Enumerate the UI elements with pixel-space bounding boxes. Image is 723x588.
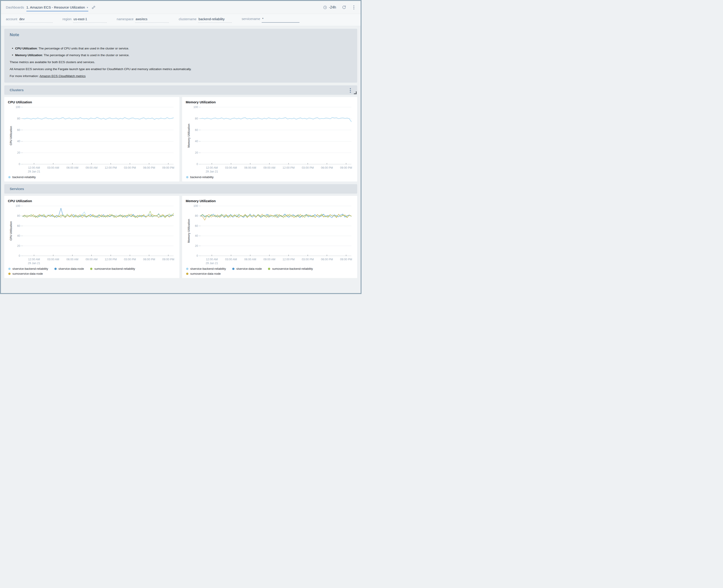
legend-item[interactable]: slservice-backend-reliability [186, 267, 226, 270]
legend-dot-icon [268, 268, 270, 270]
breadcrumb[interactable]: Dashboards [6, 5, 24, 9]
legend-item[interactable]: backend-reliability [186, 175, 214, 179]
dashboard-content: Note CPU Utilization: The percentage of … [1, 26, 361, 278]
svg-text:80: 80 [195, 214, 198, 217]
legend-item[interactable]: slservice-backend-reliability [8, 267, 48, 270]
filter-bar: account dev region us-east-1 namespace a… [1, 14, 361, 26]
kebab-menu-icon[interactable] [352, 5, 356, 10]
chevron-down-icon: ▾ [87, 6, 88, 9]
note-heading: Note [10, 32, 352, 37]
chart-legend: slservice-backend-reliabilityslservice-d… [8, 266, 176, 276]
svg-text:09:00 PM: 09:00 PM [340, 166, 352, 169]
filter-value-input[interactable]: aws/ecs [135, 17, 169, 23]
legend-dot-icon [90, 268, 93, 270]
svg-text:09:00 AM: 09:00 AM [86, 258, 98, 261]
svg-text:0: 0 [197, 163, 198, 166]
svg-text:0: 0 [197, 254, 198, 257]
chart-legend: backend-reliability [186, 174, 354, 179]
svg-text:20: 20 [195, 244, 198, 248]
legend-item[interactable]: sumoservice-data-node [8, 272, 43, 275]
legend-label: sumoservice-data-node [12, 272, 43, 275]
note-paragraph: These metrics are available for both ECS… [10, 60, 352, 64]
svg-text:09:00 AM: 09:00 AM [263, 258, 275, 261]
chart-panel-clusters-cpu: CPU Utilization CPU Utilization020406080… [4, 97, 179, 182]
chart-legend: backend-reliability [8, 174, 176, 179]
chart-canvas[interactable]: Memory Utilization02040608010012:00 AM29… [186, 104, 354, 174]
svg-text:06:00 PM: 06:00 PM [143, 258, 155, 261]
svg-text:12:00 AM: 12:00 AM [206, 166, 218, 169]
svg-text:29 Jan 21: 29 Jan 21 [28, 170, 40, 173]
legend-dot-icon [186, 268, 188, 270]
section-header-clusters: Clusters [4, 85, 357, 95]
svg-text:06:00 PM: 06:00 PM [321, 166, 333, 169]
svg-text:12:00 AM: 12:00 AM [206, 258, 218, 261]
svg-text:40: 40 [195, 234, 198, 237]
filter-value-input[interactable]: * [262, 17, 299, 23]
svg-text:20: 20 [17, 151, 20, 154]
y-axis-label: CPU Utilization [9, 221, 13, 240]
cloudwatch-metrics-link[interactable]: Amazon ECS CloudWatch metrics [40, 74, 86, 78]
panel-kebab-icon[interactable] [348, 88, 352, 93]
link-icon[interactable] [92, 5, 96, 9]
filter-value-input[interactable]: backend-reliability [198, 17, 232, 23]
legend-item[interactable]: sumoservice-data-node [186, 272, 221, 275]
svg-text:03:00 AM: 03:00 AM [225, 166, 237, 169]
clock-icon [323, 5, 327, 9]
svg-text:03:00 PM: 03:00 PM [124, 166, 136, 169]
legend-item[interactable]: sumoservice-backend-reliability [268, 267, 313, 270]
legend-dot-icon [8, 273, 11, 275]
legend-item[interactable]: backend-reliability [8, 175, 36, 179]
svg-text:06:00 PM: 06:00 PM [321, 258, 333, 261]
chart-canvas[interactable]: CPU Utilization02040608010012:00 AM29 Ja… [8, 203, 176, 265]
filter-account: account dev [6, 17, 53, 23]
legend-item[interactable]: slservice-data-node [232, 267, 262, 270]
legend-label: sumoservice-backend-reliability [94, 267, 135, 270]
filter-region: region us-east-1 [62, 17, 107, 23]
time-range-label: -24h [329, 5, 336, 9]
svg-text:100: 100 [193, 204, 198, 208]
svg-text:60: 60 [195, 224, 198, 228]
legend-dot-icon [8, 268, 11, 270]
svg-text:29 Jan 21: 29 Jan 21 [28, 262, 40, 265]
filter-value-input[interactable]: dev [19, 17, 53, 23]
chart-canvas[interactable]: CPU Utilization02040608010012:00 AM29 Ja… [8, 104, 176, 174]
svg-text:80: 80 [17, 214, 20, 217]
chart-panel-services-cpu: CPU Utilization CPU Utilization020406080… [4, 196, 179, 278]
legend-label: sumoservice-data-node [190, 272, 221, 275]
svg-text:12:00 PM: 12:00 PM [105, 166, 117, 169]
chart-title: CPU Utilization [8, 199, 176, 203]
svg-text:03:00 AM: 03:00 AM [47, 258, 59, 261]
svg-text:12:00 AM: 12:00 AM [28, 258, 40, 261]
refresh-icon[interactable] [342, 5, 346, 9]
time-range-button[interactable]: -24h [323, 5, 336, 9]
svg-text:0: 0 [19, 254, 20, 257]
svg-text:20: 20 [17, 244, 20, 248]
filter-label: namespace [117, 17, 134, 21]
section-title: Services [10, 187, 24, 191]
svg-text:80: 80 [17, 117, 20, 120]
legend-item[interactable]: slservice-data-node [55, 267, 84, 270]
filter-namespace: namespace aws/ecs [117, 17, 169, 23]
dashboard-title-dropdown[interactable]: 1. Amazon ECS - Resource Utilization ▾ [26, 5, 88, 9]
svg-text:29 Jan 21: 29 Jan 21 [206, 170, 218, 173]
clusters-charts-row: CPU Utilization CPU Utilization020406080… [4, 97, 357, 182]
legend-item[interactable]: sumoservice-backend-reliability [90, 267, 135, 270]
section-header-services: Services [4, 184, 357, 194]
dashboard-window: { "topbar": { "breadcrumb": "Dashboards"… [0, 0, 361, 294]
svg-text:06:00 AM: 06:00 AM [66, 258, 78, 261]
chart-canvas[interactable]: Memory Utilization02040608010012:00 AM29… [186, 203, 354, 265]
svg-text:20: 20 [195, 151, 198, 154]
legend-label: sumoservice-backend-reliability [272, 267, 313, 270]
svg-text:03:00 AM: 03:00 AM [47, 166, 59, 169]
legend-dot-icon [8, 176, 11, 178]
legend-label: backend-reliability [190, 175, 214, 179]
svg-text:100: 100 [193, 106, 198, 109]
resize-corner-handle[interactable] [354, 91, 357, 94]
svg-text:60: 60 [17, 224, 20, 228]
chart-title: Memory Utilization [186, 100, 354, 104]
note-paragraph: All Amazon ECS services using the Fargat… [10, 67, 352, 71]
svg-text:12:00 PM: 12:00 PM [283, 166, 295, 169]
filter-value-input[interactable]: us-east-1 [73, 17, 107, 23]
svg-text:03:00 PM: 03:00 PM [302, 258, 314, 261]
chart-panel-clusters-memory: Memory Utilization Memory Utilization020… [182, 97, 357, 182]
